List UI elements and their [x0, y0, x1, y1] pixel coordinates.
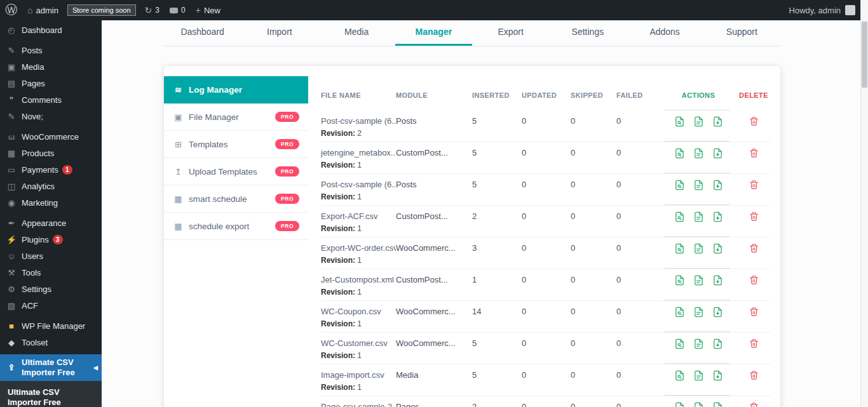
tab[interactable]: Import [241, 22, 318, 46]
comments-menu[interactable]: 0 [165, 0, 191, 20]
module-cell: WooCommerc... [396, 243, 472, 269]
trash-icon[interactable] [749, 148, 759, 158]
download-log-icon[interactable] [712, 275, 723, 286]
download-log-icon[interactable] [712, 180, 723, 190]
search-log-icon[interactable] [674, 307, 685, 317]
download-log-icon[interactable] [712, 148, 723, 159]
download-log-icon[interactable] [712, 116, 723, 127]
sidebar-item-label: WP File Manager [22, 321, 85, 331]
admin-bar: Ⓦ ⌂ admin Store coming soon ↻ 3 0 + New … [0, 0, 860, 20]
sidebar-item[interactable]: ▤ Pages ◀ [0, 75, 102, 91]
sidebar-item-label: Payments [22, 165, 58, 175]
search-log-icon[interactable] [674, 211, 685, 222]
sidebar-item[interactable]: ⚒ Tools ◀ [0, 264, 102, 281]
dashboard-icon: ◴ [5, 25, 18, 35]
search-log-icon[interactable] [674, 243, 685, 254]
delete-cell [736, 243, 771, 269]
admin-menu: ◴ Dashboard ◀ ✎ Posts ◀ ▣ Media ◀ ▤ [0, 20, 102, 381]
download-log-icon[interactable] [712, 243, 723, 254]
search-log-icon[interactable] [674, 275, 685, 286]
search-log-icon[interactable] [674, 148, 685, 159]
sidebar-submenu-title[interactable]: Ultimate CSV Importer Free [0, 385, 102, 407]
tab[interactable]: Export [472, 22, 549, 46]
tab[interactable]: Dashboard [164, 22, 241, 46]
sidebar-item[interactable]: ◆ Toolset ◀ [0, 334, 102, 350]
download-log-icon[interactable] [712, 211, 723, 222]
module-cell: Pages [396, 402, 472, 407]
search-log-icon[interactable] [674, 338, 685, 349]
detail-log-icon[interactable] [693, 307, 704, 317]
trash-icon[interactable] [749, 275, 759, 285]
tab[interactable]: Manager [395, 22, 472, 46]
detail-log-icon[interactable] [693, 211, 704, 222]
panel-menu-item[interactable]: ▦ schedule export PRO [164, 213, 308, 240]
col-header-actions: ACTIONS [661, 91, 736, 110]
trash-icon[interactable] [749, 211, 759, 222]
search-log-icon[interactable] [674, 402, 685, 407]
sidebar-item[interactable]: ▦ Products ◀ [0, 145, 102, 161]
sidebar-item[interactable]: ▣ Media ◀ [0, 58, 102, 75]
site-name-menu[interactable]: ⌂ admin [22, 0, 64, 20]
scrollbar-thumb[interactable] [862, 22, 867, 88]
trash-icon[interactable] [749, 402, 759, 407]
tab[interactable]: Addons [627, 22, 703, 46]
tab[interactable]: Settings [549, 22, 626, 46]
skipped-cell: 0 [571, 402, 616, 407]
failed-cell: 0 [616, 243, 661, 269]
download-log-icon[interactable] [712, 338, 723, 349]
sidebar-item[interactable]: ▧ ACF ◀ [0, 297, 102, 314]
detail-log-icon[interactable] [693, 275, 704, 286]
detail-log-icon[interactable] [693, 116, 704, 127]
updates-menu[interactable]: ↻ 3 [140, 0, 165, 20]
file-name: Image-import.csv [321, 370, 396, 380]
panel-menu-item[interactable]: ▦ smart schedule PRO [164, 185, 308, 213]
trash-icon[interactable] [749, 338, 759, 349]
sidebar-item[interactable]: ◴ Dashboard ◀ [0, 22, 102, 38]
detail-log-icon[interactable] [693, 180, 704, 190]
coming-soon-badge[interactable]: Store coming soon [67, 4, 136, 16]
detail-log-icon[interactable] [693, 370, 704, 381]
download-log-icon[interactable] [712, 402, 723, 407]
search-log-icon[interactable] [674, 370, 685, 381]
sidebar-item[interactable]: ✎ Nove; ◀ [0, 108, 102, 124]
sidebar-item[interactable]: ◉ Marketing ◀ [0, 194, 102, 211]
sidebar-item[interactable]: ■ WP File Manager ◀ [0, 317, 102, 334]
trash-icon[interactable] [749, 243, 759, 253]
sidebar-item[interactable]: ◫ Analytics ◀ [0, 178, 102, 194]
detail-log-icon[interactable] [693, 338, 704, 349]
detail-log-icon[interactable] [693, 402, 704, 407]
failed-cell: 0 [616, 338, 661, 364]
revision-label: Revision: [321, 383, 355, 392]
trash-icon[interactable] [749, 307, 759, 317]
sidebar-item[interactable]: ❞ Comments ◀ [0, 91, 102, 108]
sidebar-item[interactable]: ⚙ Settings ◀ [0, 281, 102, 297]
tab[interactable]: Support [703, 22, 780, 46]
sidebar-item[interactable]: ☺ Users ◀ [0, 248, 102, 264]
sidebar-item[interactable]: ✎ Posts ◀ [0, 42, 102, 58]
tools-icon: ⚒ [5, 268, 18, 277]
search-log-icon[interactable] [674, 116, 685, 127]
pages-icon: ▤ [5, 79, 18, 88]
my-account-menu[interactable]: Howdy, admin [789, 5, 860, 15]
comments-count: 0 [181, 6, 186, 15]
sidebar-item[interactable]: ⚡ Plugins 3 ◀ [0, 231, 102, 248]
download-log-icon[interactable] [712, 370, 723, 381]
search-log-icon[interactable] [674, 180, 685, 190]
sidebar-item[interactable]: ⇪ Ultimate CSV Importer Free ◀ [0, 354, 102, 381]
tab[interactable]: Media [318, 22, 395, 46]
trash-icon[interactable] [749, 180, 759, 190]
download-log-icon[interactable] [712, 307, 723, 317]
sidebar-item[interactable]: ▭ Payments 1 ◀ [0, 161, 102, 178]
panel-menu-item[interactable]: ⊞ Templates PRO [164, 131, 308, 158]
panel-menu-item[interactable]: ▣ File Manager PRO [164, 103, 308, 131]
sidebar-item[interactable]: ω WooCommerce ◀ [0, 128, 102, 145]
trash-icon[interactable] [749, 370, 759, 380]
panel-menu-item[interactable]: ≋ Log Manager PRO [164, 76, 308, 103]
panel-menu-item[interactable]: ↥ Upload Templates PRO [164, 158, 308, 185]
wordpress-menu[interactable]: Ⓦ [0, 0, 22, 20]
detail-log-icon[interactable] [693, 243, 704, 254]
detail-log-icon[interactable] [693, 148, 704, 159]
new-menu[interactable]: + New [191, 0, 226, 20]
trash-icon[interactable] [749, 116, 759, 126]
sidebar-item[interactable]: ✒ Appearance ◀ [0, 215, 102, 231]
